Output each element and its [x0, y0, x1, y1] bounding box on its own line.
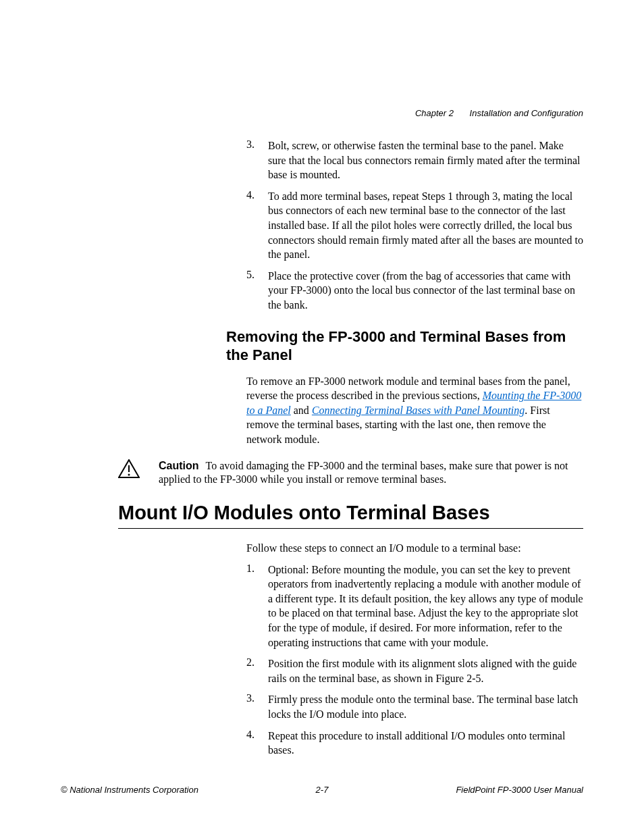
heading-rule — [118, 528, 583, 529]
mount-io-steps: 1. Optional: Before mounting the module,… — [246, 563, 583, 758]
list-text: Place the protective cover (from the bag… — [268, 269, 583, 313]
chapter-title: Installation and Configuration — [470, 108, 583, 118]
list-number: 3. — [246, 692, 268, 721]
list-item: 3. Bolt, screw, or otherwise fasten the … — [246, 138, 583, 182]
list-item: 4. To add more terminal bases, repeat St… — [246, 189, 583, 262]
caution-label: Caution — [159, 460, 199, 471]
caution-icon — [118, 459, 159, 481]
terminal-base-steps-continued: 3. Bolt, screw, or otherwise fasten the … — [246, 138, 583, 313]
list-text: Position the first module with its align… — [268, 656, 583, 685]
link-connecting-terminal-bases[interactable]: Connecting Terminal Bases with Panel Mou… — [312, 405, 525, 416]
list-number: 3. — [246, 138, 268, 182]
caution-text: To avoid damaging the FP-3000 and the te… — [159, 460, 568, 486]
list-number: 4. — [246, 189, 268, 262]
heading-mount-io-modules: Mount I/O Modules onto Terminal Bases — [118, 502, 583, 524]
mount-io-intro: Follow these steps to connect an I/O mod… — [246, 541, 583, 556]
heading-removing-fp3000: Removing the FP-3000 and Terminal Bases … — [226, 328, 583, 365]
list-number: 2. — [246, 656, 268, 685]
list-text: Optional: Before mounting the module, yo… — [268, 563, 583, 650]
page-footer: © National Instruments Corporation 2-7 F… — [61, 785, 583, 795]
svg-point-2 — [128, 473, 130, 475]
list-item: 3. Firmly press the module onto the term… — [246, 692, 583, 721]
caution-block: CautionTo avoid damaging the FP-3000 and… — [118, 459, 583, 488]
list-item: 5. Place the protective cover (from the … — [246, 269, 583, 313]
list-text: To add more terminal bases, repeat Steps… — [268, 189, 583, 262]
running-header: Chapter 2 Installation and Configuration — [415, 108, 583, 118]
list-text: Repeat this procedure to install additio… — [268, 729, 583, 758]
list-number: 5. — [246, 269, 268, 313]
removing-paragraph: To remove an FP-3000 network module and … — [246, 374, 583, 447]
list-item: 2. Position the first module with its al… — [246, 656, 583, 685]
list-number: 4. — [246, 729, 268, 758]
list-number: 1. — [246, 563, 268, 650]
footer-copyright: © National Instruments Corporation — [61, 785, 198, 795]
list-text: Bolt, screw, or otherwise fasten the ter… — [268, 138, 583, 182]
list-text: Firmly press the module onto the termina… — [268, 692, 583, 721]
footer-manual-title: FieldPoint FP-3000 User Manual — [456, 785, 583, 795]
text-fragment: and — [291, 405, 312, 416]
list-item: 4. Repeat this procedure to install addi… — [246, 729, 583, 758]
chapter-number: Chapter 2 — [415, 108, 454, 118]
list-item: 1. Optional: Before mounting the module,… — [246, 563, 583, 650]
